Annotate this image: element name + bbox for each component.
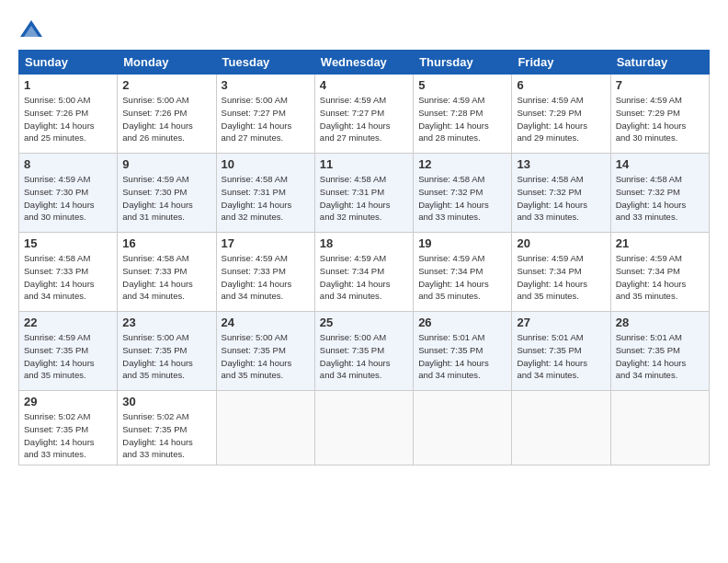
day-info: Sunrise: 5:00 AM Sunset: 7:35 PM Dayligh… [320,331,408,382]
day-number: 13 [517,157,605,171]
day-number: 3 [222,78,310,92]
calendar-cell: 7Sunrise: 4:59 AM Sunset: 7:29 PM Daylig… [610,75,709,154]
day-number: 8 [24,157,112,171]
calendar-cell [314,391,413,465]
day-header-thursday: Thursday [414,51,512,75]
calendar-cell: 8Sunrise: 4:59 AM Sunset: 7:30 PM Daylig… [19,154,118,233]
day-info: Sunrise: 5:01 AM Sunset: 7:35 PM Dayligh… [418,331,506,382]
day-number: 2 [122,78,210,92]
day-number: 30 [122,395,210,408]
day-number: 4 [320,78,408,92]
calendar-cell: 28Sunrise: 5:01 AM Sunset: 7:35 PM Dayli… [610,312,709,391]
day-info: Sunrise: 4:59 AM Sunset: 7:30 PM Dayligh… [122,173,210,224]
logo [18,17,50,42]
day-number: 7 [616,78,704,92]
day-header-tuesday: Tuesday [216,51,314,75]
calendar-cell: 26Sunrise: 5:01 AM Sunset: 7:35 PM Dayli… [414,312,512,391]
day-number: 1 [24,78,112,92]
day-info: Sunrise: 4:59 AM Sunset: 7:29 PM Dayligh… [616,94,704,144]
calendar-cell: 18Sunrise: 4:59 AM Sunset: 7:34 PM Dayli… [314,233,413,312]
calendar-cell: 11Sunrise: 4:58 AM Sunset: 7:31 PM Dayli… [314,154,413,233]
day-info: Sunrise: 4:58 AM Sunset: 7:32 PM Dayligh… [517,173,605,224]
day-info: Sunrise: 5:02 AM Sunset: 7:35 PM Dayligh… [24,410,112,461]
day-number: 29 [24,395,112,408]
calendar-cell: 21Sunrise: 4:59 AM Sunset: 7:34 PM Dayli… [610,233,709,312]
day-info: Sunrise: 4:59 AM Sunset: 7:35 PM Dayligh… [24,331,112,382]
calendar-cell: 16Sunrise: 4:58 AM Sunset: 7:33 PM Dayli… [118,233,216,312]
day-info: Sunrise: 4:59 AM Sunset: 7:33 PM Dayligh… [222,252,310,303]
day-info: Sunrise: 4:59 AM Sunset: 7:34 PM Dayligh… [418,252,506,303]
day-number: 22 [24,316,112,329]
day-info: Sunrise: 4:58 AM Sunset: 7:32 PM Dayligh… [418,173,506,224]
day-info: Sunrise: 5:00 AM Sunset: 7:26 PM Dayligh… [24,94,112,144]
calendar-cell: 9Sunrise: 4:59 AM Sunset: 7:30 PM Daylig… [118,154,216,233]
logo-icon [18,17,44,42]
day-number: 10 [222,157,310,171]
day-number: 18 [320,236,408,250]
day-info: Sunrise: 4:59 AM Sunset: 7:28 PM Dayligh… [418,94,506,144]
calendar-cell: 5Sunrise: 4:59 AM Sunset: 7:28 PM Daylig… [414,75,512,154]
day-number: 6 [517,78,605,92]
day-info: Sunrise: 4:58 AM Sunset: 7:33 PM Dayligh… [24,252,112,303]
calendar-cell: 27Sunrise: 5:01 AM Sunset: 7:35 PM Dayli… [512,312,610,391]
day-header-sunday: Sunday [19,51,118,75]
day-number: 28 [616,316,704,329]
day-info: Sunrise: 4:58 AM Sunset: 7:31 PM Dayligh… [320,173,408,224]
day-header-monday: Monday [118,51,216,75]
calendar-cell [414,391,512,465]
day-info: Sunrise: 4:58 AM Sunset: 7:31 PM Dayligh… [222,173,310,224]
day-info: Sunrise: 5:01 AM Sunset: 7:35 PM Dayligh… [616,331,704,382]
calendar-cell: 20Sunrise: 4:59 AM Sunset: 7:34 PM Dayli… [512,233,610,312]
day-info: Sunrise: 4:59 AM Sunset: 7:29 PM Dayligh… [517,94,605,144]
calendar-cell: 13Sunrise: 4:58 AM Sunset: 7:32 PM Dayli… [512,154,610,233]
day-number: 11 [320,157,408,171]
day-number: 5 [418,78,506,92]
day-number: 26 [418,316,506,329]
day-number: 21 [616,236,704,250]
calendar-cell: 19Sunrise: 4:59 AM Sunset: 7:34 PM Dayli… [414,233,512,312]
day-info: Sunrise: 5:00 AM Sunset: 7:27 PM Dayligh… [222,94,310,144]
calendar-table: SundayMondayTuesdayWednesdayThursdayFrid… [18,50,710,465]
calendar-cell: 23Sunrise: 5:00 AM Sunset: 7:35 PM Dayli… [118,312,216,391]
calendar-cell: 30Sunrise: 5:02 AM Sunset: 7:35 PM Dayli… [118,391,216,465]
calendar-cell [512,391,610,465]
calendar-cell: 6Sunrise: 4:59 AM Sunset: 7:29 PM Daylig… [512,75,610,154]
day-info: Sunrise: 4:58 AM Sunset: 7:32 PM Dayligh… [616,173,704,224]
day-number: 15 [24,236,112,250]
calendar-cell: 14Sunrise: 4:58 AM Sunset: 7:32 PM Dayli… [610,154,709,233]
day-number: 27 [517,316,605,329]
calendar-cell [216,391,314,465]
calendar-cell: 4Sunrise: 4:59 AM Sunset: 7:27 PM Daylig… [314,75,413,154]
day-header-wednesday: Wednesday [314,51,413,75]
day-info: Sunrise: 4:59 AM Sunset: 7:27 PM Dayligh… [320,94,408,144]
calendar-cell: 24Sunrise: 5:00 AM Sunset: 7:35 PM Dayli… [216,312,314,391]
day-number: 25 [320,316,408,329]
calendar-cell: 2Sunrise: 5:00 AM Sunset: 7:26 PM Daylig… [118,75,216,154]
page: SundayMondayTuesdayWednesdayThursdayFrid… [0,0,728,563]
day-info: Sunrise: 5:00 AM Sunset: 7:35 PM Dayligh… [222,331,310,382]
day-info: Sunrise: 5:00 AM Sunset: 7:26 PM Dayligh… [122,94,210,144]
day-number: 19 [418,236,506,250]
calendar-cell: 15Sunrise: 4:58 AM Sunset: 7:33 PM Dayli… [19,233,118,312]
day-info: Sunrise: 5:02 AM Sunset: 7:35 PM Dayligh… [122,410,210,461]
day-info: Sunrise: 4:59 AM Sunset: 7:30 PM Dayligh… [24,173,112,224]
day-info: Sunrise: 5:01 AM Sunset: 7:35 PM Dayligh… [517,331,605,382]
calendar-cell [610,391,709,465]
day-info: Sunrise: 5:00 AM Sunset: 7:35 PM Dayligh… [122,331,210,382]
calendar-cell: 3Sunrise: 5:00 AM Sunset: 7:27 PM Daylig… [216,75,314,154]
day-number: 24 [222,316,310,329]
day-number: 17 [222,236,310,250]
day-header-friday: Friday [512,51,610,75]
day-number: 20 [517,236,605,250]
day-header-saturday: Saturday [610,51,709,75]
day-number: 9 [122,157,210,171]
day-number: 23 [122,316,210,329]
day-number: 16 [122,236,210,250]
day-number: 14 [616,157,704,171]
calendar-cell: 29Sunrise: 5:02 AM Sunset: 7:35 PM Dayli… [19,391,118,465]
day-info: Sunrise: 4:59 AM Sunset: 7:34 PM Dayligh… [320,252,408,303]
day-info: Sunrise: 4:59 AM Sunset: 7:34 PM Dayligh… [616,252,704,303]
day-info: Sunrise: 4:59 AM Sunset: 7:34 PM Dayligh… [517,252,605,303]
day-number: 12 [418,157,506,171]
calendar-cell: 22Sunrise: 4:59 AM Sunset: 7:35 PM Dayli… [19,312,118,391]
